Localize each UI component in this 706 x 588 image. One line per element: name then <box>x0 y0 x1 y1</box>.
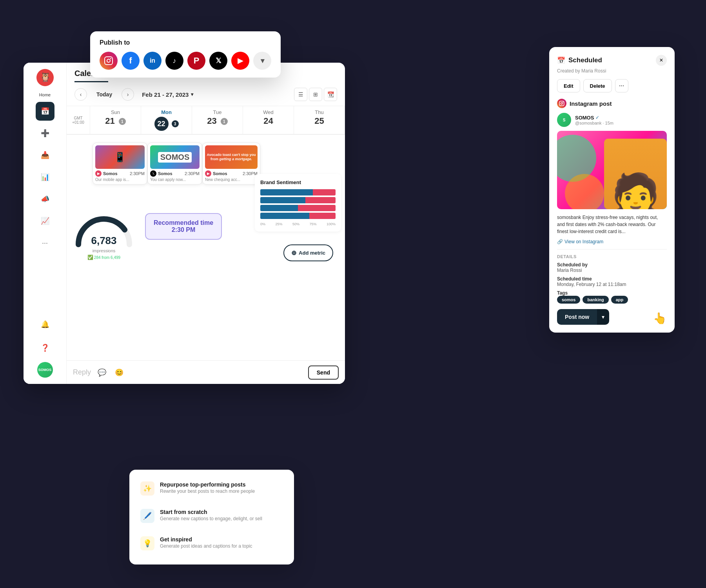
grid-view-button[interactable]: ⊞ <box>309 88 322 101</box>
inspire-icon: 💡 <box>140 536 154 550</box>
view-toggles: ☰ ⊞ 📆 <box>294 88 337 101</box>
emoji-button[interactable]: 😊 <box>113 366 125 379</box>
svg-text:🦉: 🦉 <box>40 72 51 82</box>
add-metric-button[interactable]: ⊕ Add metric <box>283 244 333 261</box>
calendar-app: 🦉 Home 📅 ➕ 📥 📊 📣 📈 ··· 🔔 <box>24 63 345 384</box>
tags-list: somos banking app <box>557 296 667 304</box>
pinterest-platform-button[interactable]: P <box>187 52 205 70</box>
ai-option-repurpose[interactable]: ✨ Repurpose top-performing posts Rewrite… <box>136 476 288 501</box>
youtube-platform-button[interactable]: ▶ <box>231 52 249 70</box>
sidebar-item-campaigns[interactable]: 📣 <box>36 190 54 208</box>
day-header-sun: Sun 21 1 <box>90 106 141 134</box>
external-link-icon: 🔗 <box>557 239 563 244</box>
gmt-offset: GMT +01:00 <box>67 106 90 134</box>
view-on-instagram-link[interactable]: 🔗 View on Instagram <box>557 239 667 244</box>
instagram-circle-icon <box>557 99 566 108</box>
post-card-2[interactable]: SOMOS 𝕏 Somos 2:30PM You can apply now..… <box>147 143 202 185</box>
reply-bar: Reply 💬 😊 Send <box>67 360 345 384</box>
post-caption: somosbank Enjoy stress-free vacays, nigh… <box>557 214 667 235</box>
prev-week-button[interactable]: ‹ <box>74 88 87 101</box>
verified-icon: ✓ <box>595 115 599 120</box>
sidebar: 🦉 Home 📅 ➕ 📥 📊 📣 📈 ··· 🔔 <box>24 63 67 384</box>
brand-sentiment-widget: Brand Sentiment <box>255 174 341 232</box>
day-header-thu: Thu 25 <box>294 106 345 134</box>
check-circle-icon: ✅ <box>87 255 93 260</box>
plus-circle-icon: ⊕ <box>291 249 296 257</box>
chevron-down-icon[interactable]: ▾ <box>191 92 193 97</box>
bell-icon: 🔔 <box>41 320 49 329</box>
date-range-display: Feb 21 - 27, 2023 ▾ <box>142 91 193 98</box>
calendar-body: 📱 ▶ Somos 2:30PM Our mobile app is... SO… <box>67 135 345 384</box>
sentiment-bar-2 <box>260 197 336 203</box>
emoji-icon: 😊 <box>115 368 123 377</box>
calendar-view-button[interactable]: 📆 <box>324 88 337 101</box>
instagram-platform-button[interactable] <box>100 52 118 70</box>
chevron-down-icon: ▾ <box>602 314 604 320</box>
sentiment-bar-4 <box>260 213 336 219</box>
list-view-button[interactable]: ☰ <box>294 88 307 101</box>
panel-header: 📅 Scheduled × <box>557 55 667 66</box>
more-platforms-button[interactable]: ▾ <box>253 52 271 70</box>
analytics-icon: 📊 <box>41 173 49 181</box>
created-by-text: Created by Maria Rossi <box>557 68 667 74</box>
post-card-3[interactable]: Avocado toast can't stop you from gettin… <box>202 143 260 185</box>
linkedin-platform-button[interactable]: in <box>143 52 162 70</box>
post-now-button[interactable]: Post now <box>557 309 597 325</box>
facebook-platform-button[interactable]: f <box>122 52 140 70</box>
day-header-mon: Mon 22 3 <box>141 106 192 134</box>
sidebar-item-analytics[interactable]: 📊 <box>36 168 54 186</box>
notifications-button[interactable]: 🔔 <box>36 315 54 334</box>
scheduled-by-row: Scheduled by Maria Rossi <box>557 262 667 273</box>
ellipsis-icon: ··· <box>42 239 48 247</box>
post-card-3-image: Avocado toast can't stop you from gettin… <box>205 145 258 169</box>
sidebar-item-add[interactable]: ➕ <box>36 124 54 143</box>
post-card-2-image: SOMOS <box>150 145 200 169</box>
sentiment-bar-3 <box>260 205 336 211</box>
message-icon-button[interactable]: 💬 <box>96 366 108 379</box>
ai-options-panel: ✨ Repurpose top-performing posts Rewrite… <box>129 470 294 564</box>
more-actions-button[interactable]: ··· <box>615 79 628 92</box>
edit-button[interactable]: Edit <box>557 79 580 92</box>
calendar-icon: 📅 <box>41 107 49 116</box>
help-button[interactable]: ❓ <box>36 338 54 357</box>
calendar-nav: ‹ Today › Feb 21 - 27, 2023 ▾ ☰ ⊞ 📆 <box>74 82 337 106</box>
ai-option-scratch[interactable]: 🖊️ Start from scratch Generate new capti… <box>136 503 288 528</box>
ai-option-inspire[interactable]: 💡 Get inspired Generate post ideas and c… <box>136 531 288 556</box>
delete-button[interactable]: Delete <box>583 79 612 92</box>
tag-banking: banking <box>583 296 608 304</box>
publish-title: Publish to <box>100 39 271 46</box>
twitter-platform-button[interactable]: 𝕏 <box>209 52 227 70</box>
social-icons-row: f in ♪ P 𝕏 ▶ ▾ <box>100 52 271 70</box>
sidebar-item-import[interactable]: 📥 <box>36 146 54 165</box>
sidebar-item-more[interactable]: ··· <box>36 233 54 252</box>
post-card-1-image: 📱 <box>95 145 145 169</box>
scheduled-panel: 📅 Scheduled × Created by Maria Rossi Edi… <box>549 47 675 333</box>
action-buttons: Edit Delete ··· <box>557 79 667 92</box>
tag-app: app <box>611 296 628 304</box>
download-icon: 📥 <box>41 151 49 159</box>
ellipsis-h-icon: ··· <box>619 82 624 89</box>
tiktok-platform-button[interactable]: ♪ <box>165 52 183 70</box>
svg-point-7 <box>563 102 563 103</box>
sentiment-bar-1 <box>260 189 336 195</box>
today-button[interactable]: Today <box>92 89 117 100</box>
sidebar-item-calendar[interactable]: 📅 <box>36 102 54 121</box>
user-avatar[interactable]: SOMOS <box>37 362 53 378</box>
sidebar-item-reports[interactable]: 📈 <box>36 212 54 230</box>
tags-row: Tags somos banking app <box>557 290 667 304</box>
main-content: Calendar ‹ Today › Feb 21 - 27, 2023 ▾ ☰… <box>67 63 345 384</box>
post-card-1[interactable]: 📱 ▶ Somos 2:30PM Our mobile app is... <box>93 143 147 185</box>
sidebar-item-home[interactable]: Home <box>39 92 51 97</box>
instagram-icon-sm: ▶ <box>95 170 102 177</box>
post-now-dropdown-button[interactable]: ▾ <box>597 309 609 325</box>
post-now-row: Post now ▾ <box>557 309 667 325</box>
send-button[interactable]: Send <box>308 365 339 380</box>
author-avatar: S <box>557 113 571 127</box>
hand-cursor-indicator: 👆 <box>653 312 667 325</box>
next-week-button[interactable]: › <box>122 88 134 101</box>
close-panel-button[interactable]: × <box>656 55 667 66</box>
details-section: Details Scheduled by Maria Rossi Schedul… <box>557 249 667 304</box>
svg-point-6 <box>561 103 563 105</box>
post-image-preview: 🧑 <box>557 131 667 209</box>
day-header-wed: Wed 24 <box>243 106 294 134</box>
